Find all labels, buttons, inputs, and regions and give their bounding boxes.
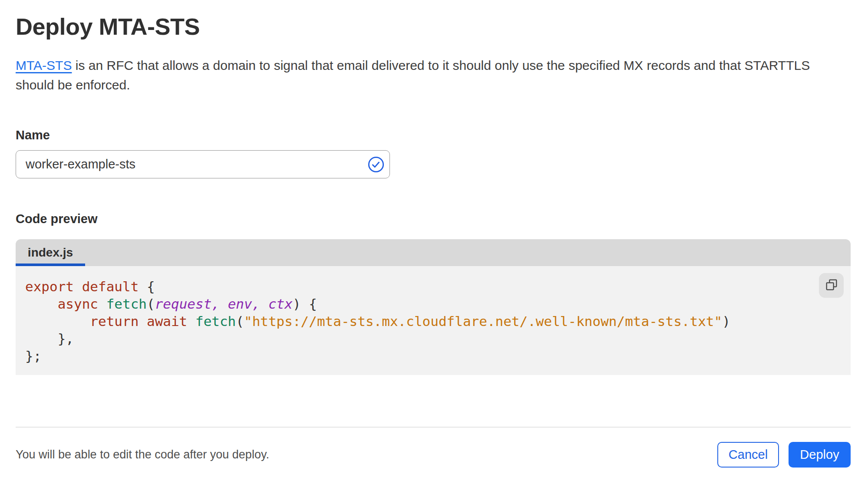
code-preview-label: Code preview (16, 211, 851, 226)
code-tab-bar: index.js (16, 239, 851, 266)
code-line: async fetch(request, env, ctx) { (25, 295, 812, 313)
copy-code-button[interactable] (819, 273, 844, 298)
mta-sts-link[interactable]: MTA-STS (16, 58, 72, 72)
description-text: MTA-STS is an RFC that allows a domain t… (16, 56, 843, 95)
code-line: export default { (25, 278, 812, 295)
footer: You will be able to edit the code after … (16, 442, 851, 468)
description-body: is an RFC that allows a domain to signal… (16, 58, 810, 92)
code-lines: export default { async fetch(request, en… (25, 278, 812, 365)
footer-note: You will be able to edit the code after … (16, 448, 269, 461)
tab-index-js[interactable]: index.js (16, 239, 85, 266)
code-editor-body: export default { async fetch(request, en… (16, 266, 851, 375)
footer-divider (16, 427, 851, 428)
code-line: }, (25, 330, 812, 347)
code-line: }; (25, 347, 812, 365)
deploy-mta-sts-page: Deploy MTA-STS MTA-STS is an RFC that al… (0, 0, 868, 494)
tab-index-js-label: index.js (28, 246, 73, 260)
footer-buttons: Cancel Deploy (717, 442, 851, 468)
cancel-button[interactable]: Cancel (717, 442, 779, 468)
copy-icon (825, 278, 838, 293)
name-input[interactable] (16, 150, 390, 178)
page-title: Deploy MTA-STS (16, 13, 851, 40)
deploy-button[interactable]: Deploy (789, 442, 851, 468)
name-input-wrap (16, 150, 390, 178)
name-field-label: Name (16, 128, 851, 142)
code-preview-card: index.js export default { async fetch(re… (16, 239, 851, 375)
code-line: return await fetch("https://mta-sts.mx.c… (25, 313, 812, 330)
